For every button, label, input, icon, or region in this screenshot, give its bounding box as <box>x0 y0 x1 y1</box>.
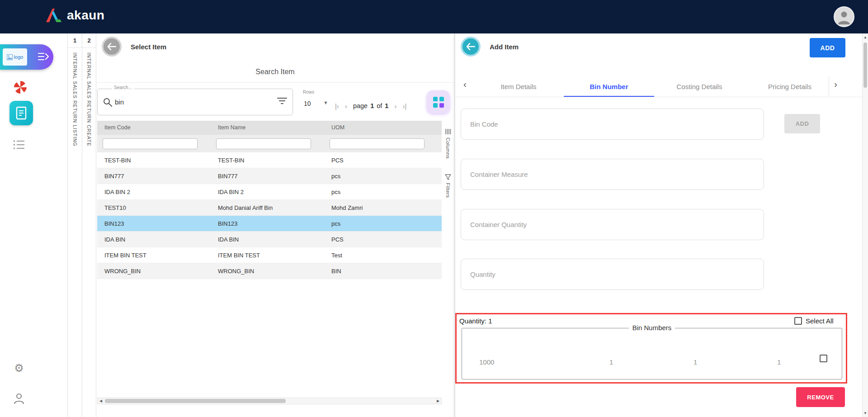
invoice-icon <box>15 106 27 120</box>
tab-pricing-details[interactable]: Pricing Details <box>745 77 835 97</box>
column-header-uom[interactable]: UOM <box>324 121 442 135</box>
tabs-scroll-right-icon[interactable]: › <box>834 79 837 90</box>
bin-numbers-title: Bin Numbers <box>629 324 675 332</box>
back-button[interactable] <box>461 37 481 57</box>
table-cell: pcs <box>324 216 442 231</box>
pdf-pinwheel-icon <box>13 80 28 95</box>
add-item-button[interactable]: ADD <box>810 38 845 57</box>
quantity-input[interactable] <box>461 259 764 290</box>
add-item-panel: Add Item ADD ‹ Item Details Bin Number C… <box>455 33 862 417</box>
last-page-button[interactable]: ›| <box>402 102 406 110</box>
gear-icon: ⚙ <box>14 362 24 374</box>
table-row[interactable]: IDA BIN 2IDA BIN 2pcs <box>97 184 442 200</box>
screen: akaun logo <box>0 0 868 417</box>
table-cell: WRONG_BIN <box>211 263 324 279</box>
tab-costing-details[interactable]: Costing Details <box>654 77 745 97</box>
divider <box>829 76 829 97</box>
column-header-item-name[interactable]: Item Name <box>211 121 324 135</box>
nav-strip-internal-sales-return-listing[interactable]: 1 INTERNAL SALES RETURN LISTING <box>67 33 82 417</box>
table-row[interactable]: WRONG_BINWRONG_BINBIN <box>97 263 442 279</box>
table-row[interactable]: ITEM BIN TESTITEM BIN TESTTest <box>97 247 442 263</box>
tabs-scroll-left-icon[interactable]: ‹ <box>463 79 467 90</box>
search-item-heading: Search Item <box>96 68 454 76</box>
container-quantity-field <box>461 209 764 240</box>
nav-strip-internal-sales-return-create[interactable]: 2 INTERNAL SALES RETURN CREATE <box>82 33 96 417</box>
back-button[interactable] <box>102 37 122 57</box>
next-page-button[interactable]: › <box>394 102 396 110</box>
table-cell: Mohd Zamri <box>324 200 442 215</box>
container-measure-input[interactable] <box>461 159 764 190</box>
columns-tool[interactable]: Columns <box>443 128 453 159</box>
bin-row-checkbox[interactable] <box>820 355 827 362</box>
page-title: Add Item <box>490 43 519 51</box>
bin-code-input[interactable] <box>461 109 764 140</box>
tabs-underline-divider <box>455 97 862 97</box>
total-pages: 1 <box>385 102 388 109</box>
column-filter-input[interactable] <box>330 138 425 149</box>
container-measure-field <box>461 159 764 190</box>
table-header: Item Code Item Name UOM <box>97 121 442 135</box>
table-cell: TEST10 <box>97 200 211 215</box>
table-cell: BIN777 <box>97 168 211 184</box>
table-cell: IDA BIN 2 <box>97 184 211 199</box>
table-row[interactable]: BIN123BIN123pcs <box>97 216 442 232</box>
page-title: Select Item <box>131 43 166 51</box>
strip-label: INTERNAL SALES RETURN CREATE <box>86 52 92 147</box>
bin-numbers-section: Quantity: 1 Select All Bin Numbers 1000 … <box>455 313 847 384</box>
grid-view-button[interactable] <box>427 90 450 114</box>
settings-button[interactable]: ⚙ <box>12 361 26 375</box>
menu-toggle-icon[interactable] <box>38 52 49 61</box>
prev-page-button[interactable]: ‹ <box>345 102 347 110</box>
top-bar: akaun <box>0 0 868 33</box>
person-icon <box>13 393 25 404</box>
scroll-left-arrow[interactable]: ◀ <box>98 398 104 404</box>
grid-icon <box>432 96 445 109</box>
table-row[interactable]: TEST10Mohd Danial Ariff BinMohd Zamri <box>97 200 442 216</box>
scroll-down-arrow[interactable]: ▼ <box>863 411 868 415</box>
table-cell: pcs <box>324 184 442 199</box>
bin-row-quantity: 1 <box>777 358 781 366</box>
column-filter-input[interactable] <box>216 138 311 149</box>
table-row[interactable]: IDA BINIDA BINPCS <box>97 232 442 247</box>
sidebar-item-pdf[interactable] <box>13 80 28 95</box>
horizontal-scrollbar[interactable]: ◀ ▶ <box>97 398 442 404</box>
akaun-logo-icon <box>45 8 62 23</box>
tab-item-details[interactable]: Item Details <box>473 77 564 97</box>
remove-button[interactable]: REMOVE <box>796 387 845 407</box>
scroll-right-arrow[interactable]: ▶ <box>435 398 441 404</box>
vertical-scrollbar[interactable]: ▲ ▼ <box>862 33 868 417</box>
table-row[interactable]: BIN777BIN777pcs <box>97 168 442 184</box>
profile-button[interactable] <box>12 392 26 405</box>
bin-code-add-button[interactable]: ADD <box>784 114 820 133</box>
first-page-button[interactable]: |‹ <box>335 102 339 110</box>
sidebar-item-invoice[interactable] <box>9 101 33 125</box>
scroll-up-arrow[interactable]: ▲ <box>863 35 868 39</box>
search-icon <box>103 98 112 107</box>
rows-per-page-select[interactable]: 10 <box>304 100 311 107</box>
scrollbar-thumb[interactable] <box>863 43 867 88</box>
strip-number: 2 <box>82 33 96 48</box>
scrollbar-thumb[interactable] <box>105 399 286 403</box>
filters-tool[interactable]: Filters <box>443 174 453 198</box>
table-cell: pcs <box>324 168 442 184</box>
filter-list-icon[interactable] <box>277 97 287 105</box>
sidebar-logo-pill[interactable]: logo <box>0 44 53 70</box>
funnel-icon <box>445 174 451 180</box>
image-placeholder-icon <box>7 54 13 60</box>
table-cell: IDA BIN 2 <box>211 184 324 199</box>
search-input[interactable] <box>115 90 259 114</box>
tab-bar: Item Details Bin Number Costing Details … <box>473 77 835 97</box>
columns-tool-label: Columns <box>445 137 451 159</box>
bin-row-container-quantity: 1 <box>693 358 697 366</box>
container-quantity-input[interactable] <box>461 209 764 240</box>
divider <box>96 82 454 83</box>
tab-bin-number[interactable]: Bin Number <box>564 77 654 97</box>
table-row[interactable]: TEST-BINTEST-BINPCS <box>97 152 442 168</box>
column-header-item-code[interactable]: Item Code <box>97 121 211 135</box>
sidebar-item-list[interactable] <box>13 139 25 150</box>
bin-numbers-group: Bin Numbers 1000 1 1 1 <box>462 328 842 379</box>
column-filter-input[interactable] <box>103 138 198 149</box>
user-avatar[interactable] <box>834 6 854 27</box>
pagination: |‹ ‹ page 1 of 1 › ›| <box>335 100 406 111</box>
chevron-down-icon[interactable]: ▼ <box>323 100 328 105</box>
